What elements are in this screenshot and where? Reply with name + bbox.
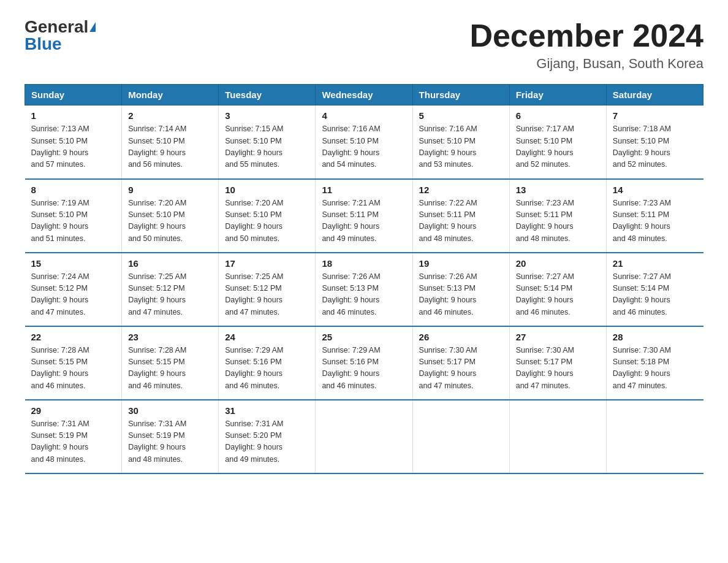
day-info: Sunrise: 7:26 AMSunset: 5:13 PMDaylight:…	[419, 271, 503, 319]
calendar-cell: 15Sunrise: 7:24 AMSunset: 5:12 PMDayligh…	[25, 253, 122, 326]
day-info: Sunrise: 7:27 AMSunset: 5:14 PMDaylight:…	[516, 271, 600, 319]
calendar-header: SundayMondayTuesdayWednesdayThursdayFrid…	[25, 85, 703, 105]
day-number: 27	[516, 332, 600, 342]
calendar-cell	[412, 400, 509, 473]
calendar-cell: 5Sunrise: 7:16 AMSunset: 5:10 PMDaylight…	[412, 105, 509, 179]
day-info: Sunrise: 7:17 AMSunset: 5:10 PMDaylight:…	[516, 123, 600, 171]
day-info: Sunrise: 7:31 AMSunset: 5:19 PMDaylight:…	[128, 418, 212, 466]
calendar-cell: 1Sunrise: 7:13 AMSunset: 5:10 PMDaylight…	[25, 105, 122, 179]
day-number: 5	[419, 110, 503, 121]
day-number: 20	[516, 258, 600, 269]
day-number: 16	[128, 258, 212, 269]
calendar-cell: 29Sunrise: 7:31 AMSunset: 5:19 PMDayligh…	[25, 400, 122, 473]
calendar-week-5: 29Sunrise: 7:31 AMSunset: 5:19 PMDayligh…	[25, 400, 703, 473]
header-day-thursday: Thursday	[412, 85, 509, 105]
day-info: Sunrise: 7:30 AMSunset: 5:17 PMDaylight:…	[516, 345, 600, 393]
calendar-cell: 11Sunrise: 7:21 AMSunset: 5:11 PMDayligh…	[316, 179, 412, 253]
calendar-cell: 27Sunrise: 7:30 AMSunset: 5:17 PMDayligh…	[509, 326, 606, 400]
calendar-cell: 17Sunrise: 7:25 AMSunset: 5:12 PMDayligh…	[219, 253, 316, 326]
day-info: Sunrise: 7:29 AMSunset: 5:16 PMDaylight:…	[225, 345, 309, 393]
day-number: 22	[31, 332, 116, 342]
calendar-cell: 8Sunrise: 7:19 AMSunset: 5:10 PMDaylight…	[25, 179, 122, 253]
day-info: Sunrise: 7:31 AMSunset: 5:20 PMDaylight:…	[225, 418, 309, 466]
header-day-monday: Monday	[122, 85, 219, 105]
calendar-cell: 14Sunrise: 7:23 AMSunset: 5:11 PMDayligh…	[606, 179, 703, 253]
day-info: Sunrise: 7:16 AMSunset: 5:10 PMDaylight:…	[419, 123, 503, 171]
header-day-saturday: Saturday	[606, 85, 703, 105]
day-info: Sunrise: 7:21 AMSunset: 5:11 PMDaylight:…	[322, 197, 406, 245]
calendar-week-2: 8Sunrise: 7:19 AMSunset: 5:10 PMDaylight…	[25, 179, 703, 253]
day-number: 3	[225, 110, 309, 121]
calendar-cell	[606, 400, 703, 473]
day-number: 6	[516, 110, 600, 121]
calendar-cell: 4Sunrise: 7:16 AMSunset: 5:10 PMDaylight…	[316, 105, 412, 179]
logo: General Blue	[25, 18, 96, 53]
calendar-cell: 16Sunrise: 7:25 AMSunset: 5:12 PMDayligh…	[122, 253, 219, 326]
day-info: Sunrise: 7:23 AMSunset: 5:11 PMDaylight:…	[613, 197, 697, 245]
header-day-tuesday: Tuesday	[219, 85, 316, 105]
day-info: Sunrise: 7:25 AMSunset: 5:12 PMDaylight:…	[128, 271, 212, 319]
calendar-cell: 3Sunrise: 7:15 AMSunset: 5:10 PMDaylight…	[219, 105, 316, 179]
calendar-cell: 25Sunrise: 7:29 AMSunset: 5:16 PMDayligh…	[316, 326, 412, 400]
day-info: Sunrise: 7:20 AMSunset: 5:10 PMDaylight:…	[225, 197, 309, 245]
day-number: 25	[322, 332, 406, 342]
day-number: 12	[419, 185, 503, 195]
calendar-cell: 23Sunrise: 7:28 AMSunset: 5:15 PMDayligh…	[122, 326, 219, 400]
calendar-cell	[509, 400, 606, 473]
day-info: Sunrise: 7:18 AMSunset: 5:10 PMDaylight:…	[613, 123, 697, 171]
day-number: 2	[128, 110, 212, 121]
day-info: Sunrise: 7:14 AMSunset: 5:10 PMDaylight:…	[128, 123, 212, 171]
calendar-week-1: 1Sunrise: 7:13 AMSunset: 5:10 PMDaylight…	[25, 105, 703, 179]
calendar-cell: 22Sunrise: 7:28 AMSunset: 5:15 PMDayligh…	[25, 326, 122, 400]
location-text: Gijang, Busan, South Korea	[469, 56, 703, 72]
day-number: 1	[31, 110, 116, 121]
day-info: Sunrise: 7:27 AMSunset: 5:14 PMDaylight:…	[613, 271, 697, 319]
day-number: 19	[419, 258, 503, 269]
day-number: 26	[419, 332, 503, 342]
day-info: Sunrise: 7:20 AMSunset: 5:10 PMDaylight:…	[128, 197, 212, 245]
header-row: SundayMondayTuesdayWednesdayThursdayFrid…	[25, 85, 703, 105]
calendar-cell: 28Sunrise: 7:30 AMSunset: 5:18 PMDayligh…	[606, 326, 703, 400]
calendar-cell: 19Sunrise: 7:26 AMSunset: 5:13 PMDayligh…	[412, 253, 509, 326]
calendar-cell: 30Sunrise: 7:31 AMSunset: 5:19 PMDayligh…	[122, 400, 219, 473]
logo-general-text: General	[25, 18, 88, 36]
day-info: Sunrise: 7:15 AMSunset: 5:10 PMDaylight:…	[225, 123, 309, 171]
calendar-cell: 20Sunrise: 7:27 AMSunset: 5:14 PMDayligh…	[509, 253, 606, 326]
day-info: Sunrise: 7:30 AMSunset: 5:17 PMDaylight:…	[419, 345, 503, 393]
page-header: General Blue December 2024 Gijang, Busan…	[25, 18, 703, 72]
day-info: Sunrise: 7:22 AMSunset: 5:11 PMDaylight:…	[419, 197, 503, 245]
day-number: 15	[31, 258, 116, 269]
header-day-friday: Friday	[509, 85, 606, 105]
day-number: 17	[225, 258, 309, 269]
day-info: Sunrise: 7:29 AMSunset: 5:16 PMDaylight:…	[322, 345, 406, 393]
day-info: Sunrise: 7:23 AMSunset: 5:11 PMDaylight:…	[516, 197, 600, 245]
day-info: Sunrise: 7:31 AMSunset: 5:19 PMDaylight:…	[31, 418, 116, 466]
day-info: Sunrise: 7:25 AMSunset: 5:12 PMDaylight:…	[225, 271, 309, 319]
day-number: 24	[225, 332, 309, 342]
calendar-cell: 31Sunrise: 7:31 AMSunset: 5:20 PMDayligh…	[219, 400, 316, 473]
day-number: 10	[225, 185, 309, 195]
calendar-body: 1Sunrise: 7:13 AMSunset: 5:10 PMDaylight…	[25, 105, 703, 473]
calendar-cell: 24Sunrise: 7:29 AMSunset: 5:16 PMDayligh…	[219, 326, 316, 400]
calendar-table: SundayMondayTuesdayWednesdayThursdayFrid…	[25, 84, 703, 474]
day-number: 11	[322, 185, 406, 195]
calendar-cell	[316, 400, 412, 473]
day-info: Sunrise: 7:28 AMSunset: 5:15 PMDaylight:…	[31, 345, 116, 393]
calendar-cell: 2Sunrise: 7:14 AMSunset: 5:10 PMDaylight…	[122, 105, 219, 179]
day-number: 23	[128, 332, 212, 342]
calendar-cell: 6Sunrise: 7:17 AMSunset: 5:10 PMDaylight…	[509, 105, 606, 179]
day-number: 29	[31, 405, 116, 416]
calendar-cell: 13Sunrise: 7:23 AMSunset: 5:11 PMDayligh…	[509, 179, 606, 253]
day-number: 14	[613, 185, 697, 195]
day-info: Sunrise: 7:19 AMSunset: 5:10 PMDaylight:…	[31, 197, 116, 245]
calendar-cell: 26Sunrise: 7:30 AMSunset: 5:17 PMDayligh…	[412, 326, 509, 400]
day-number: 7	[613, 110, 697, 121]
day-number: 4	[322, 110, 406, 121]
calendar-cell: 18Sunrise: 7:26 AMSunset: 5:13 PMDayligh…	[316, 253, 412, 326]
title-block: December 2024 Gijang, Busan, South Korea	[469, 18, 703, 72]
day-number: 8	[31, 185, 116, 195]
calendar-cell: 12Sunrise: 7:22 AMSunset: 5:11 PMDayligh…	[412, 179, 509, 253]
day-number: 21	[613, 258, 697, 269]
day-number: 31	[225, 405, 309, 416]
calendar-cell: 21Sunrise: 7:27 AMSunset: 5:14 PMDayligh…	[606, 253, 703, 326]
